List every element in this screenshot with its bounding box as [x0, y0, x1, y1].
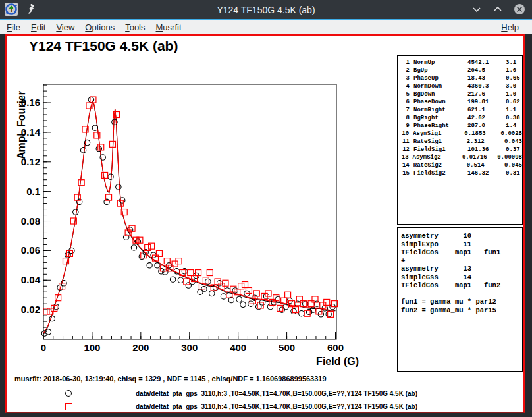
data-point-circle — [170, 277, 175, 282]
window-titlebar: Y124 TF150G 4.5K (ab) — [0, 0, 532, 19]
data-point-circle — [104, 199, 109, 204]
theory-text: asymmetry 10 simplExpo 11 TFieldCos map1… — [401, 232, 522, 314]
data-point-square — [308, 301, 314, 307]
x-tick-label: 300 — [181, 342, 198, 353]
data-point-circle — [182, 269, 187, 274]
param-row: 15FieldSig2146.320.31 — [398, 169, 522, 177]
menu-options[interactable]: Options — [80, 22, 120, 32]
data-point-circle — [279, 307, 284, 312]
param-row: 14RateSig20.5140.045 — [398, 161, 522, 169]
param-row: 8BgRight42.620.38 — [398, 114, 522, 122]
data-point-square — [285, 292, 291, 298]
x-axis-title: Field (G) — [316, 356, 359, 367]
menu-musrfit[interactable]: Musrfit — [151, 22, 187, 32]
data-point-circle — [326, 312, 331, 317]
x-tick-label: 200 — [132, 342, 149, 353]
data-point-circle — [80, 148, 86, 153]
param-row: 7NormRight621.11.1 — [398, 106, 522, 114]
data-point-circle — [299, 311, 304, 316]
minimize-button[interactable] — [471, 4, 482, 17]
close-button[interactable] — [514, 3, 525, 18]
data-point-square — [238, 283, 244, 289]
param-row: 9PhaseRight287.01.4 — [398, 122, 522, 130]
data-point-circle — [123, 235, 128, 240]
data-point-square — [43, 308, 49, 314]
legend-entry-1: data/deltat_pta_gps_3110,h:3 ,T0=4.50K,T… — [7, 389, 523, 399]
x-tick-label: 100 — [84, 342, 100, 353]
application-window: Y124 TF150G 4.5K (ab) File Ed — [0, 0, 532, 417]
param-row: 2BgUp204.51.0 — [398, 67, 522, 74]
data-point-square — [78, 180, 84, 186]
menubar: File Edit View Options Tools Musrfit Hel… — [0, 20, 532, 34]
data-point-circle — [314, 301, 319, 306]
param-row: 3PhaseUp18.430.65 — [398, 74, 522, 82]
data-point-circle — [209, 291, 215, 296]
param-row: 11RateSig12.3120.043 — [398, 138, 522, 146]
data-point-circle — [65, 252, 70, 258]
param-row: 13AsymSig20.017160.00098 — [398, 153, 522, 161]
data-point-circle — [88, 97, 93, 102]
data-point-square — [188, 270, 194, 276]
data-point-circle — [205, 279, 211, 284]
param-row: 4NormDown4360.33.0 — [398, 82, 522, 90]
param-row: 1NormUp4542.13.1 — [398, 59, 522, 67]
param-row: 10AsymSig10.18530.0028 — [398, 130, 522, 138]
data-point-circle — [291, 308, 296, 314]
theory-box: asymmetry 10 simplExpo 11 TFieldCos map1… — [397, 227, 523, 372]
root-canvas[interactable]: Y124 TF150G 4.5K (ab) 010020030040050060… — [5, 34, 525, 413]
data-point-circle — [155, 263, 160, 268]
param-row: 6PhaseDown199.810.62 — [398, 98, 522, 106]
data-point-circle — [96, 146, 101, 151]
fit-status-line: musrfit: 2018-06-30, 13:19:40, chisq = 1… — [14, 375, 327, 383]
data-point-circle — [221, 294, 226, 299]
y-tick-label: 0.06 — [21, 244, 40, 256]
data-point-square — [149, 243, 155, 249]
menu-tools[interactable]: Tools — [120, 22, 150, 32]
data-point-square — [156, 250, 162, 256]
data-point-circle — [108, 174, 113, 179]
data-point-circle — [73, 209, 78, 215]
data-point-square — [102, 172, 108, 178]
y-tick-label: 0.04 — [21, 274, 41, 285]
data-point-circle — [236, 296, 242, 302]
legend-entry-2: data/deltat_pta_gps_3110,h:4 ,T0=4.50K,T… — [7, 402, 523, 412]
menu-view[interactable]: View — [51, 22, 80, 32]
y-tick-label: 0.08 — [21, 215, 40, 227]
y-tick-label: 0.02 — [21, 304, 40, 315]
x-tick-label: 500 — [279, 342, 295, 353]
square-marker-icon — [65, 403, 72, 410]
data-point-circle — [275, 296, 280, 302]
data-point-circle — [256, 304, 261, 309]
maximize-button[interactable] — [492, 4, 503, 17]
y-tick-label: 0.1 — [26, 186, 40, 197]
x-tick-label: 0 — [41, 342, 46, 353]
legend-label-1: data/deltat_pta_gps_3110,h:3 ,T0=4.50K,T… — [136, 390, 417, 397]
data-point-circle — [198, 289, 203, 294]
data-point-circle — [267, 304, 273, 309]
data-point-circle — [302, 301, 307, 306]
pad-separator-line — [7, 372, 523, 372]
x-tick-label: 600 — [327, 342, 344, 353]
y-axis-title: Ampl. Fourier — [16, 91, 27, 159]
data-point-square — [242, 281, 248, 287]
menu-file[interactable]: File — [0, 22, 26, 32]
fit-parameter-box: 1NormUp4542.13.12BgUp204.51.03PhaseUp18.… — [397, 55, 523, 225]
data-point-circle — [240, 302, 246, 307]
data-point-circle — [92, 125, 97, 130]
data-point-circle — [178, 277, 183, 283]
data-point-circle — [163, 269, 168, 275]
legend-label-2: data/deltat_pta_gps_3110,h:4 ,T0=4.50K,T… — [136, 403, 417, 410]
param-row: 5BgDown217.61.0 — [398, 90, 522, 98]
window-title: Y124 TF150G 4.5K (ab) — [0, 5, 532, 15]
data-point-square — [207, 270, 213, 276]
menu-edit[interactable]: Edit — [26, 22, 51, 32]
data-point-circle — [116, 184, 121, 190]
data-point-circle — [139, 254, 144, 259]
data-point-circle — [147, 263, 152, 268]
circle-marker-icon — [65, 390, 72, 397]
menu-help[interactable]: Help — [496, 22, 524, 32]
x-tick-label: 400 — [230, 342, 246, 353]
data-point-circle — [232, 288, 238, 293]
param-row: 12FieldSig1101.360.37 — [398, 146, 522, 153]
data-point-circle — [131, 245, 136, 250]
